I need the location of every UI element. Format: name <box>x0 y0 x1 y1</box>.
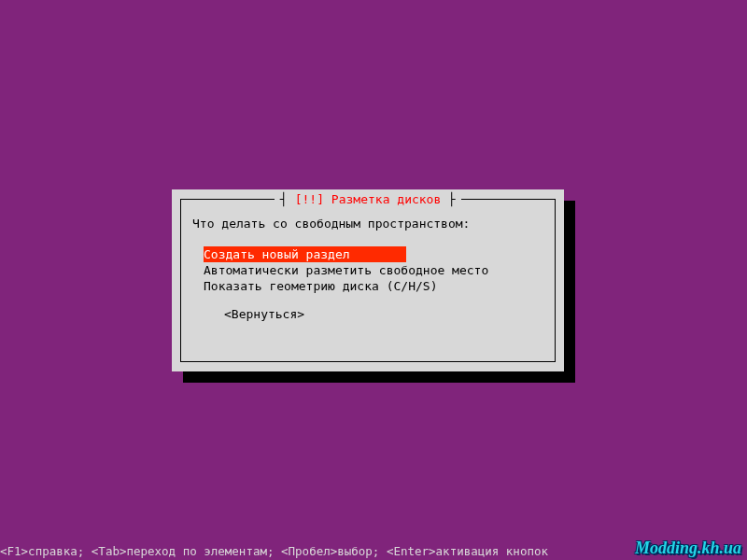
installer-screen: ┤ [!!] Разметка дисков ├ Что делать со с… <box>0 0 747 560</box>
option-create-new-partition[interactable]: Создать новый раздел <box>204 246 406 262</box>
title-brace-left: ┤ <box>280 192 288 206</box>
key-hints: <F1>справка; <Tab>переход по элементам; … <box>0 544 548 558</box>
option-show-geometry[interactable]: Показать геометрию диска (C/H/S) <box>204 278 543 294</box>
option-auto-partition[interactable]: Автоматически разметить свободное место <box>204 262 543 278</box>
watermark: Modding.kh.ua <box>635 539 741 558</box>
partition-dialog: ┤ [!!] Разметка дисков ├ Что делать со с… <box>172 189 564 371</box>
dialog-title-row: ┤ [!!] Разметка дисков ├ <box>181 192 555 207</box>
title-warning-mark: [!!] <box>288 192 331 206</box>
dialog-question: Что делать со свободным пространством: <box>192 217 470 231</box>
dialog-frame: ┤ [!!] Разметка дисков ├ Что делать со с… <box>180 199 556 362</box>
dialog-title: ┤ [!!] Разметка дисков ├ <box>275 192 461 207</box>
options-list: Создать новый раздел Автоматически разме… <box>204 246 543 294</box>
title-text: Разметка дисков <box>331 192 441 206</box>
title-brace-right: ├ <box>441 192 456 206</box>
back-button[interactable]: <Вернуться> <box>224 307 304 321</box>
